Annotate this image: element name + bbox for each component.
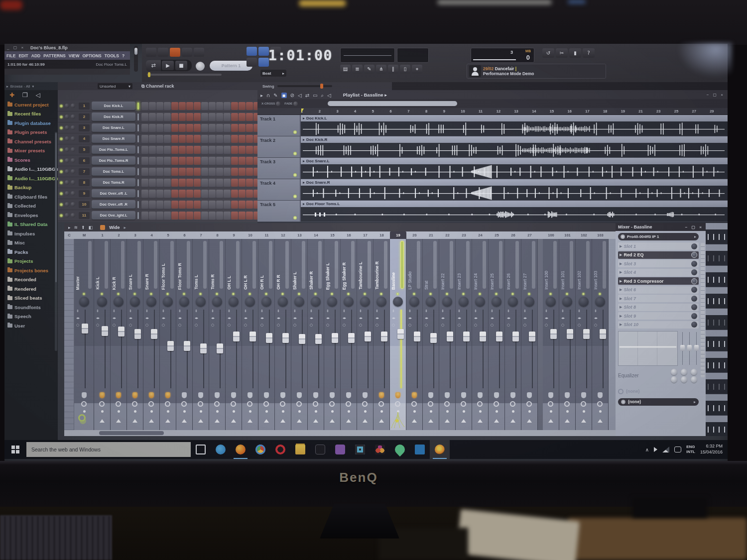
strip-mute-button[interactable] — [165, 401, 170, 407]
taskbar-icon-edge[interactable] — [211, 440, 231, 459]
channel-pan-knob[interactable] — [65, 180, 69, 185]
taskbar-icon-opera[interactable] — [270, 440, 290, 459]
strip-widget[interactable]: ○ — [561, 324, 564, 327]
step-cell[interactable] — [209, 168, 216, 176]
mixer-track-number[interactable]: 25 — [489, 231, 505, 239]
eq-knob[interactable] — [681, 369, 687, 375]
strip-widget[interactable]: ⇕ — [507, 310, 510, 313]
fx-slot-slot-10[interactable]: ▶Slot 10 — [618, 321, 699, 329]
strip-input-arrow[interactable] — [379, 419, 384, 423]
strip-pan-knob[interactable] — [508, 297, 518, 307]
draw-icon[interactable]: ✎ — [273, 93, 277, 98]
mixer-track-number[interactable]: 24 — [472, 231, 489, 239]
step-cell[interactable] — [194, 179, 201, 187]
channel-name-button[interactable]: Doc Flo..Toms.L — [92, 145, 135, 154]
track-label[interactable]: Track 4 — [257, 179, 301, 200]
strip-mute-button[interactable] — [247, 401, 252, 407]
strip-input-arrow[interactable] — [598, 419, 603, 423]
step-cell[interactable] — [239, 212, 246, 220]
step-cell[interactable] — [253, 135, 257, 143]
mixer-track-number[interactable]: 1 — [94, 231, 111, 239]
step-cell[interactable] — [194, 168, 201, 176]
strip-record-icon[interactable] — [330, 392, 335, 398]
file-icon[interactable]: ❐ — [22, 92, 28, 99]
strip-input-arrow[interactable] — [581, 419, 586, 423]
strip-record-icon[interactable] — [313, 392, 318, 398]
strip-fader[interactable] — [167, 341, 174, 351]
step-cell[interactable] — [224, 157, 231, 165]
mixer-strip-oh-l-l[interactable]: OH L L⇕◂▸○ — [226, 239, 242, 430]
mixer-strip-toms-l[interactable]: Toms L⇕◂▸○ — [193, 239, 209, 430]
track-led[interactable] — [293, 173, 297, 177]
mixer-strip-snare-r[interactable]: Snare R⇕◂▸○ — [143, 239, 160, 430]
step-cell[interactable] — [179, 179, 186, 187]
browser-item-speech[interactable]: Speech — [4, 312, 58, 322]
taskbar-icon-maps[interactable] — [390, 440, 410, 459]
mixer-scrollbar[interactable] — [64, 430, 616, 436]
strip-widget[interactable]: ◂▸ — [561, 317, 565, 320]
step-cell[interactable] — [231, 124, 238, 132]
strip-fader[interactable] — [266, 333, 272, 343]
mixer-track-number[interactable]: 27 — [521, 231, 538, 239]
record-button[interactable] — [196, 62, 205, 71]
strip-mute-button[interactable] — [477, 401, 483, 407]
step-cell[interactable] — [246, 113, 253, 121]
menu-item-tools[interactable]: TOOLS — [105, 53, 119, 58]
step-cell[interactable] — [253, 179, 257, 187]
strip-widget[interactable]: ○ — [578, 324, 581, 327]
strip-fader[interactable] — [151, 329, 157, 339]
browser-item-soundfonts[interactable]: Soundfonts — [4, 303, 58, 312]
step-cell[interactable] — [171, 212, 178, 220]
strip-pan-knob[interactable] — [492, 297, 501, 307]
step-cell[interactable] — [149, 135, 156, 143]
menu-item-view[interactable]: VIEW — [69, 53, 80, 58]
strip-widget[interactable]: ⇕ — [195, 310, 198, 313]
strip-widget[interactable]: ◂▸ — [425, 317, 428, 320]
mixer-track-number[interactable]: 7 — [193, 231, 209, 239]
browser-item-recorded[interactable]: Recorded — [4, 275, 58, 285]
browser-item-packs[interactable]: Packs — [4, 247, 58, 257]
strip-widget[interactable]: ⇕ — [244, 310, 247, 313]
step-cell[interactable] — [179, 102, 186, 110]
channel-selector[interactable] — [137, 168, 139, 175]
step-cell[interactable] — [246, 157, 253, 165]
mixer-strip-lp-studio[interactable]: LP Studio⇕◂▸○ — [406, 239, 423, 430]
mixer-track-number[interactable]: 22 — [439, 231, 456, 239]
tray-chevron-icon[interactable]: ∧ — [645, 447, 649, 452]
strip-fader[interactable] — [397, 329, 404, 339]
step-cell[interactable] — [209, 113, 216, 121]
strip-mute-button[interactable] — [81, 401, 87, 407]
strip-input-arrow[interactable] — [264, 419, 269, 423]
strip-mute-button[interactable] — [564, 401, 570, 407]
strip-input-arrow[interactable] — [248, 419, 252, 423]
strip-mute-button[interactable] — [296, 401, 302, 407]
step-cell[interactable] — [186, 124, 193, 132]
browser-item-user[interactable]: User — [4, 321, 58, 331]
channel-pan-knob[interactable] — [65, 136, 69, 141]
step-cell[interactable] — [186, 190, 193, 198]
mixer-track-number[interactable]: 18 — [374, 231, 390, 239]
strip-fader[interactable] — [200, 343, 207, 353]
channel-led[interactable] — [60, 170, 63, 173]
step-cell[interactable] — [179, 190, 186, 198]
xcross-knob[interactable] — [276, 102, 280, 106]
step-cell[interactable] — [224, 146, 231, 154]
mixer-strip-insert-24[interactable]: Insert 24⇕◂▸○ — [472, 239, 489, 430]
strip-mute-button[interactable] — [181, 401, 187, 407]
audio-clip[interactable]: ▸ Doc Snare.R — [301, 179, 728, 200]
channel-name-button[interactable]: Doc Over..eft .L — [92, 189, 135, 198]
step-cell[interactable] — [186, 135, 193, 143]
channel-name-button[interactable]: Doc Over..eft .R — [92, 200, 135, 209]
audio-input-selector[interactable]: (none) ▸ — [618, 398, 699, 406]
strip-pan-knob[interactable] — [579, 297, 589, 307]
strip-widget[interactable]: ○ — [392, 324, 395, 327]
mixer-track-number[interactable]: 21 — [423, 231, 439, 239]
step-cell[interactable] — [224, 201, 231, 209]
step-cell[interactable] — [141, 124, 148, 132]
step-cell[interactable] — [164, 124, 171, 132]
strip-mute-button[interactable] — [597, 401, 603, 407]
strip-mute-button[interactable] — [494, 401, 499, 407]
strip-input-arrow[interactable] — [428, 419, 433, 423]
strip-pan-knob[interactable] — [376, 297, 386, 307]
step-cell[interactable] — [253, 146, 257, 154]
